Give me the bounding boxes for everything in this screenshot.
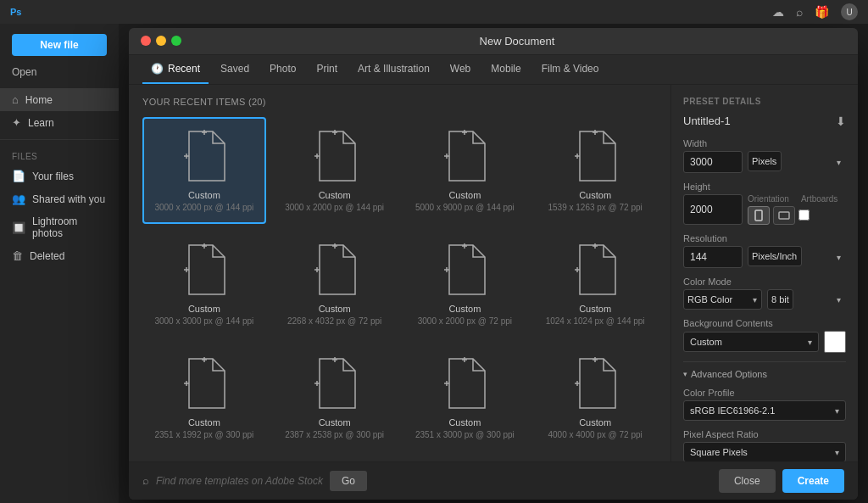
template-size: 4000 x 4000 px @ 72 ppi: [548, 429, 642, 441]
template-item[interactable]: Custom3000 x 2000 px @ 144 ppi: [273, 117, 397, 224]
bit-depth-select[interactable]: 8 bit: [767, 289, 793, 310]
template-name: Custom: [579, 190, 611, 200]
width-unit-wrapper: Pixels: [748, 151, 846, 173]
close-traffic-light[interactable]: [141, 36, 151, 46]
template-item[interactable]: Custom3000 x 2000 px @ 72 ppi: [403, 231, 527, 338]
preset-header: PRESET DETAILS: [683, 97, 846, 106]
tab-recent[interactable]: 🕐 Recent: [142, 55, 209, 84]
template-size: 2268 x 4032 px @ 72 ppi: [287, 316, 381, 327]
tab-print[interactable]: Print: [308, 55, 346, 84]
gift-icon[interactable]: 🎁: [815, 5, 829, 19]
artboards-checkbox-group: [798, 210, 810, 221]
bg-contents-select[interactable]: Custom: [683, 332, 819, 352]
color-mode-row: RGB Color 8 bit: [683, 289, 846, 310]
template-size: 1024 x 1024 px @ 144 ppi: [546, 316, 645, 327]
document-icon: [442, 130, 487, 182]
home-icon: ⌂: [12, 93, 19, 106]
template-thumb: [565, 241, 625, 299]
template-size: 3000 x 2000 px @ 144 ppi: [285, 202, 384, 214]
template-thumb: [175, 355, 234, 412]
template-thumb: [305, 127, 364, 185]
svg-rect-65: [779, 212, 789, 219]
cloud-icon[interactable]: ☁: [772, 5, 784, 19]
template-item[interactable]: Custom4000 x 4000 px @ 72 ppi: [533, 344, 657, 451]
maximize-traffic-light[interactable]: [171, 36, 181, 46]
sidebar-item-learn-label: Learn: [28, 117, 54, 129]
shared-icon: 👥: [12, 193, 25, 205]
document-icon: [313, 357, 357, 410]
sidebar-item-lightroom[interactable]: 🔲 Lightroom photos: [0, 210, 119, 244]
artboards-text: Artboards: [801, 194, 837, 204]
sidebar-divider: [0, 139, 119, 140]
template-size: 3000 x 3000 px @ 144 ppi: [154, 316, 253, 327]
minimize-traffic-light[interactable]: [156, 36, 166, 46]
open-button[interactable]: Open: [0, 63, 119, 88]
resolution-row: Pixels/Inch: [683, 246, 846, 268]
new-file-button[interactable]: New file: [12, 34, 107, 56]
bg-color-swatch[interactable]: [824, 331, 846, 353]
document-icon: [573, 357, 617, 410]
avatar-icon[interactable]: U: [841, 3, 858, 20]
sidebar-item-home[interactable]: ⌂ Home: [0, 88, 119, 111]
resolution-input[interactable]: [683, 246, 743, 268]
pixel-aspect-wrapper: Square Pixels: [683, 442, 846, 461]
tab-saved[interactable]: Saved: [212, 55, 258, 84]
template-thumb: [435, 127, 494, 185]
tab-web[interactable]: Web: [442, 55, 479, 84]
color-profile-label: Color Profile: [683, 388, 846, 398]
preset-name: Untitled-1: [683, 115, 731, 127]
go-button[interactable]: Go: [330, 471, 367, 491]
template-name: Custom: [319, 417, 351, 428]
advanced-divider: [683, 361, 846, 362]
clock-icon: 🕐: [151, 63, 164, 75]
lightroom-icon: 🔲: [12, 221, 25, 234]
color-mode-select[interactable]: RGB Color: [683, 289, 762, 310]
width-unit-select[interactable]: Pixels: [748, 151, 782, 171]
preset-name-row: Untitled-1 ⬇: [683, 115, 846, 128]
template-item[interactable]: Custom2268 x 4032 px @ 72 ppi: [273, 231, 397, 338]
resolution-unit-select[interactable]: Pixels/Inch: [748, 246, 802, 266]
save-preset-icon[interactable]: ⬇: [836, 115, 846, 128]
template-thumb: [175, 127, 234, 185]
portrait-button[interactable]: [748, 206, 770, 225]
template-size: 5000 x 9000 px @ 144 ppi: [415, 202, 515, 214]
tab-art[interactable]: Art & Illustration: [349, 55, 438, 84]
close-button[interactable]: Close: [719, 469, 776, 493]
height-input[interactable]: [683, 194, 743, 225]
search-area: ⌕ Find more templates on Adobe Stock Go: [142, 471, 367, 491]
color-profile-select[interactable]: sRGB IEC61966-2.1: [683, 400, 846, 421]
color-mode-wrapper: RGB Color: [683, 289, 762, 310]
template-item[interactable]: Custom5000 x 9000 px @ 144 ppi: [403, 117, 527, 224]
template-size: 2351 x 3000 px @ 300 ppi: [415, 429, 515, 441]
template-thumb: [565, 355, 625, 412]
template-item[interactable]: Custom1539 x 1263 px @ 72 ppi: [533, 117, 657, 224]
create-button[interactable]: Create: [782, 469, 844, 493]
width-input[interactable]: [683, 151, 743, 173]
template-item[interactable]: Custom3000 x 2000 px @ 144 ppi: [142, 117, 266, 224]
template-item[interactable]: Custom2351 x 1992 px @ 300 ppi: [142, 344, 266, 451]
sidebar-item-your-files[interactable]: 📄 Your files: [0, 165, 119, 187]
template-name: Custom: [188, 190, 220, 200]
dialog-title: New Document: [188, 35, 846, 48]
tab-mobile[interactable]: Mobile: [482, 55, 529, 84]
width-row: Pixels: [683, 151, 846, 173]
footer-actions: Close Create: [719, 469, 844, 493]
pixel-aspect-select[interactable]: Square Pixels: [683, 442, 846, 461]
tab-film[interactable]: Film & Video: [533, 55, 608, 84]
advanced-options-toggle[interactable]: ▾ Advanced Options: [683, 369, 846, 379]
document-icon: [442, 357, 487, 410]
search-icon[interactable]: ⌕: [796, 5, 803, 19]
sidebar-item-learn[interactable]: ✦ Learn: [0, 111, 119, 134]
landscape-button[interactable]: [773, 206, 795, 225]
template-item[interactable]: Custom2387 x 2538 px @ 300 ppi: [273, 344, 397, 451]
template-item[interactable]: Custom1024 x 1024 px @ 144 ppi: [533, 231, 657, 338]
template-item[interactable]: Custom2351 x 3000 px @ 300 ppi: [403, 344, 527, 451]
sidebar-item-shared[interactable]: 👥 Shared with you: [0, 187, 119, 210]
artboards-checkbox[interactable]: [798, 210, 810, 221]
template-size: 2351 x 1992 px @ 300 ppi: [154, 429, 253, 441]
template-item[interactable]: Custom3000 x 3000 px @ 144 ppi: [142, 231, 266, 338]
search-placeholder-text: Find more templates on Adobe Stock: [156, 475, 323, 487]
sidebar-item-deleted[interactable]: 🗑 Deleted: [0, 244, 119, 267]
tab-photo[interactable]: Photo: [261, 55, 304, 84]
template-name: Custom: [319, 190, 351, 200]
